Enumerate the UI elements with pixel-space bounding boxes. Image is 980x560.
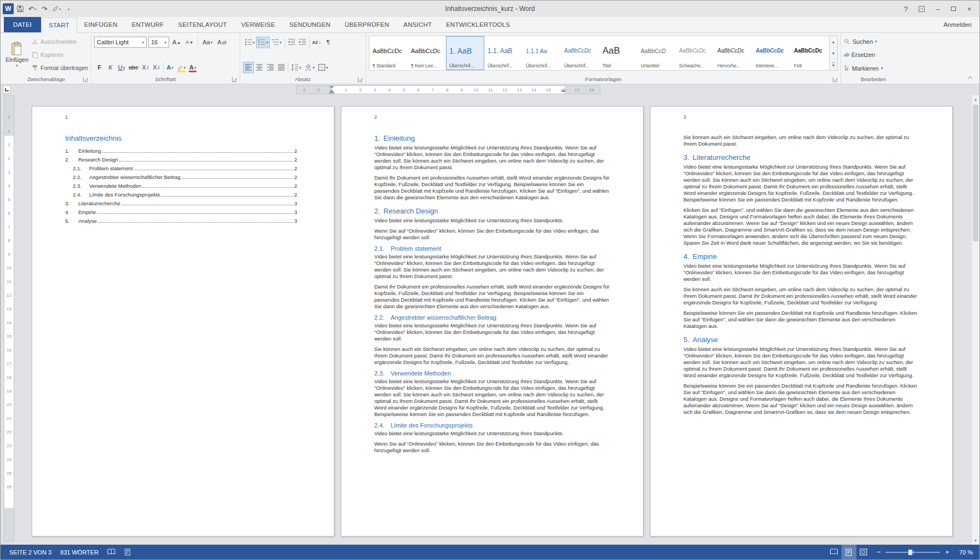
doc-heading[interactable]: 1.Einleitung (374, 134, 610, 142)
print-layout-button[interactable] (842, 545, 856, 559)
tab-datei[interactable]: DATEI (4, 17, 41, 32)
doc-paragraph[interactable]: Damit Ihr Dokument ein professionelles A… (374, 284, 610, 310)
align-left-button[interactable] (243, 62, 254, 73)
increase-indent-button[interactable] (297, 37, 308, 48)
gallery-more-icon[interactable]: ▼ (830, 59, 837, 70)
text-effects-button[interactable]: A▾ (165, 62, 176, 73)
undo-button[interactable]: ↶▾ (27, 3, 38, 15)
doc-paragraph[interactable]: Video bietet eine leistungsstarke Möglic… (683, 346, 919, 379)
style-item-3[interactable]: 1. AaBÜberschrif... (446, 36, 484, 70)
doc-paragraph[interactable]: Sie können auch ein Stichwort eingeben, … (374, 346, 610, 366)
doc-paragraph[interactable]: Video bietet eine leistungsstarke Möglic… (374, 378, 610, 418)
format-painter-button[interactable]: Format übertragen (32, 62, 88, 73)
doc-paragraph[interactable]: Klicken Sie auf “Einfügen”, und wählen S… (683, 207, 919, 246)
horizontal-ruler[interactable]: 21123456789101112131415161718 (296, 85, 600, 94)
tab-entwicklertools[interactable]: ENTWICKLERTOOLS (439, 18, 517, 32)
toc-entry[interactable]: 1.Einleitung2 (65, 148, 297, 154)
gallery-scroll-down-icon[interactable]: ▼ (830, 48, 837, 59)
bold-button[interactable]: F (94, 62, 105, 73)
doc-paragraph[interactable]: Video bietet eine leistungsstarke Möglic… (683, 164, 919, 203)
first-line-indent-marker[interactable] (329, 86, 334, 89)
doc-paragraph[interactable]: Video bietet eine leistungsstarke Möglic… (683, 263, 919, 282)
vertical-scrollbar[interactable]: ▲ ▼ (971, 95, 979, 545)
tab-entwurf[interactable]: ENTWURF (125, 18, 171, 32)
doc-paragraph[interactable]: Video bietet eine leistungsstarke Möglic… (374, 322, 610, 342)
change-case-button[interactable]: Aa▾ (201, 37, 214, 48)
toc-title[interactable]: Inhaltsverzeichnis (65, 134, 301, 142)
scroll-down-icon[interactable]: ▼ (972, 536, 979, 545)
qat-extra-button-1[interactable]: ▾ (51, 3, 62, 15)
toc-entry[interactable]: 2.Research Design2 (65, 157, 297, 163)
tab-einfügen[interactable]: EINFÜGEN (77, 18, 125, 32)
save-button[interactable] (15, 3, 26, 15)
align-right-button[interactable] (265, 62, 276, 73)
font-dialog-launcher-icon[interactable] (232, 77, 237, 82)
show-paragraph-marks-button[interactable]: ¶ (323, 37, 334, 48)
copy-button[interactable]: Kopieren (32, 49, 88, 60)
subscript-button[interactable]: X2 (140, 62, 151, 73)
doc-heading[interactable]: 2.4.LImite des Forschungsprojekts (374, 422, 610, 429)
doc-paragraph[interactable]: Sie können auch ein Stichwort eingeben, … (683, 134, 919, 147)
style-item-11[interactable]: AaBbCcDcIntensive... (752, 36, 791, 70)
align-center-button[interactable] (254, 62, 265, 73)
qat-customize-button[interactable]: ▾ (63, 3, 74, 15)
clear-formatting-button[interactable]: A (216, 37, 228, 48)
zoom-level-button[interactable]: 70 % (955, 545, 979, 559)
style-item-7[interactable]: AaBTitel (599, 36, 637, 70)
tab-überprüfen[interactable]: ÜBERPRÜFEN (338, 18, 396, 32)
tab-ansicht[interactable]: ANSICHT (396, 18, 439, 32)
bullets-button[interactable]: ▾ (243, 37, 257, 48)
doc-heading[interactable]: 5.Analyse (683, 336, 919, 344)
paragraph-dialog-launcher-icon[interactable] (358, 77, 363, 82)
doc-paragraph[interactable]: Beispielsweise können Sie ein passendes … (683, 383, 919, 415)
font-color-button[interactable]: A▾ (187, 62, 198, 73)
paste-button[interactable]: Einfügen ▾ (4, 34, 30, 74)
doc-heading[interactable]: 2.2.Angestrebter wissenschaftlicher Beit… (374, 314, 610, 321)
ribbon-display-options-button[interactable] (914, 3, 930, 15)
vertical-ruler[interactable]: 2112345678910111213141516171819202122232… (4, 95, 14, 541)
borders-button[interactable]: ▾ (316, 62, 330, 73)
style-item-5[interactable]: 1.1.1 AaÜberschrif... (523, 36, 561, 70)
numbering-button[interactable]: ▾ (256, 37, 270, 48)
help-button[interactable]: ? (898, 3, 914, 15)
zoom-slider-thumb[interactable] (908, 550, 912, 555)
shrink-font-button[interactable]: A▼ (184, 37, 195, 48)
document-page-3[interactable]: 3Sie können auch ein Stichwort eingeben,… (650, 106, 953, 536)
macro-record-button[interactable] (120, 545, 135, 559)
doc-paragraph[interactable]: Wenn Sie auf “Onlinevideo” klicken, könn… (374, 228, 610, 241)
read-mode-button[interactable] (827, 545, 842, 559)
toc-entry[interactable]: 2.3.Verwendete Methoden2 (65, 183, 297, 189)
font-size-combo[interactable]: 16▾ (148, 37, 169, 48)
toc-entry[interactable]: 2.1.Problem statement2 (65, 165, 297, 171)
toc-entry[interactable]: 4.Empirie3 (65, 209, 297, 215)
doc-paragraph[interactable]: Video bietet eine leistungsstarke Möglic… (374, 430, 610, 437)
style-item-4[interactable]: 1.1. AaBÜberschrif... (484, 36, 523, 70)
left-indent-marker[interactable] (329, 92, 334, 94)
style-item-8[interactable]: AaBbCcDUntertitel (637, 36, 676, 70)
find-button[interactable]: Suchen▾ (844, 36, 883, 47)
zoom-in-button[interactable]: + (945, 548, 949, 556)
decrease-indent-button[interactable] (286, 37, 297, 48)
tab-seitenlayout[interactable]: SEITENLAYOUT (171, 18, 234, 32)
style-item-9[interactable]: AaBbCcDcSchwache... (676, 36, 714, 70)
redo-button[interactable]: ↷ (39, 3, 50, 15)
minimize-button[interactable]: – (930, 3, 946, 15)
toc-entry[interactable]: 2.4.LImite des Forschungsprojekts2 (65, 192, 297, 198)
cut-button[interactable]: Ausschneiden (32, 36, 88, 47)
style-item-1[interactable]: AaBbCcDc¶ Standard (369, 36, 408, 70)
doc-paragraph[interactable]: Sie können auch ein Stichwort eingeben, … (683, 286, 919, 306)
collapse-ribbon-button[interactable] (965, 74, 975, 82)
restore-button[interactable] (946, 3, 961, 15)
doc-paragraph[interactable]: Video bietet eine leistungsstarke Möglic… (374, 253, 610, 280)
document-page-2[interactable]: 21.EinleitungVideo bietet eine leistungs… (341, 106, 643, 536)
justify-button[interactable] (276, 62, 287, 73)
tab-verweise[interactable]: VERWEISE (234, 18, 282, 32)
strikethrough-button[interactable]: abc (127, 62, 140, 73)
proofing-status-button[interactable] (103, 545, 120, 559)
superscript-button[interactable]: X2 (151, 62, 162, 73)
styles-dialog-launcher-icon[interactable] (833, 77, 838, 82)
toc-entry[interactable]: 5.Analyse3 (65, 218, 297, 224)
doc-paragraph[interactable]: Video bietet eine leistungsstarke Möglic… (374, 145, 610, 171)
gallery-scroll-up-icon[interactable]: ▲ (830, 36, 837, 48)
style-item-2[interactable]: AaBbCcDc¶ Kein Lee... (408, 36, 446, 70)
